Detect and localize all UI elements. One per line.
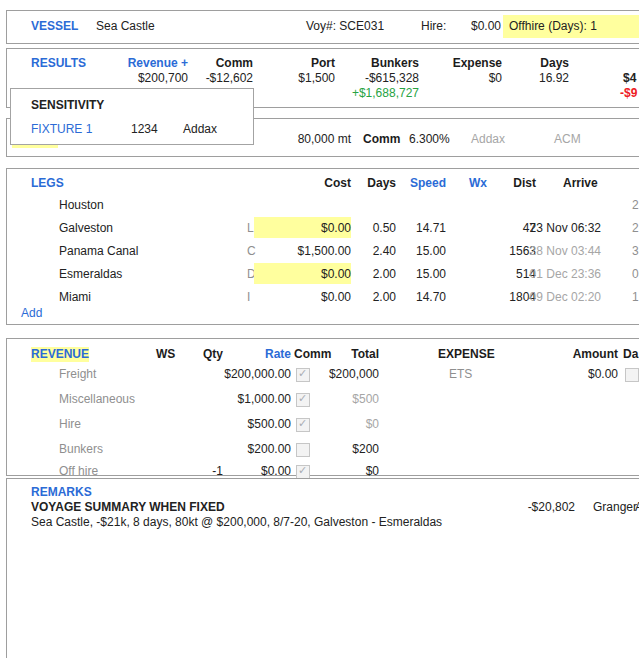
sensitivity-fixture-name: Addax: [183, 122, 217, 137]
leg-type-code: L: [247, 221, 254, 236]
revenue-header-rate[interactable]: Rate: [221, 347, 291, 362]
sensitivity-popup: SENSITIVITY FIXTURE 1 1234 Addax: [10, 88, 254, 145]
leg-cut-column: 2: [632, 221, 639, 236]
leg-cut-column: 3: [632, 244, 639, 259]
vessel-section: VESSEL Sea Castle Voy#: SCE031 Hire: $0.…: [6, 10, 639, 44]
leg-port-name[interactable]: Esmeraldas: [59, 267, 122, 282]
leg-speed-value[interactable]: 15.00: [376, 244, 446, 259]
revenue-total-value: $200,000: [309, 367, 379, 382]
revenue-row-label: Off hire: [59, 464, 98, 479]
revenue-row-label: Freight: [59, 367, 96, 382]
remarks-title: VOYAGE SUMMARY WHEN FIXED: [31, 500, 225, 515]
results-port-value: $1,500: [255, 71, 335, 86]
results-header-days: Days: [489, 56, 569, 71]
legs-header-dist: Dist: [466, 176, 536, 191]
cargo-comm-value-field[interactable]: 6.300%: [409, 132, 450, 147]
revenue-header-qty: Qty: [153, 347, 223, 362]
revenue-comm-checkbox[interactable]: [296, 418, 310, 432]
expense-section-label: EXPENSE: [438, 347, 495, 362]
leg-type-code: I: [247, 290, 250, 305]
revenue-row-label: Miscellaneous: [59, 392, 135, 407]
vessel-section-label[interactable]: VESSEL: [31, 19, 78, 34]
leg-port-name[interactable]: Houston: [59, 198, 104, 213]
leg-cut-column: 1: [632, 290, 639, 305]
leg-cut-column: 2: [632, 198, 639, 213]
revenue-rate-field[interactable]: $1,000.00: [221, 392, 291, 407]
results-tce-value: $4: [623, 71, 636, 86]
leg-arrive-value: 28 Nov 03:44: [501, 244, 601, 259]
revenue-rate-field[interactable]: $0.00: [221, 464, 291, 479]
remarks-date: Aug: [635, 500, 639, 515]
leg-cut-column: 0: [632, 267, 639, 282]
hire-value-field[interactable]: $0.00: [441, 19, 501, 34]
add-leg-link[interactable]: Add: [21, 306, 42, 321]
vessel-name-field[interactable]: Sea Castle: [96, 19, 155, 34]
remarks-pnl-value: -$20,802: [505, 500, 575, 515]
revenue-section: REVENUE WS Qty Rate Comm Total EXPENSE A…: [6, 338, 639, 476]
leg-arrive-value: 23 Nov 06:32: [501, 221, 601, 236]
legs-header-arrive: Arrive: [563, 176, 598, 191]
cargo-quantity-field[interactable]: 80,000 mt: [251, 132, 351, 147]
revenue-row-label: Bunkers: [59, 442, 103, 457]
revenue-total-value: $0: [309, 417, 379, 432]
leg-port-name[interactable]: Panama Canal: [59, 244, 138, 259]
revenue-total-value: $200: [309, 442, 379, 457]
results-days-value: 16.92: [489, 71, 569, 86]
leg-speed-value[interactable]: 14.70: [376, 290, 446, 305]
results-comm-value: -$12,602: [173, 71, 253, 86]
results-header-port: Port: [255, 56, 335, 71]
voyage-number: Voy#: SCE031: [306, 19, 384, 34]
legs-section: LEGS Cost Days Speed Wx Dist Arrive Hous…: [6, 168, 639, 325]
revenue-qty-field[interactable]: -1: [153, 464, 223, 479]
expense-amount-field[interactable]: $0.00: [548, 367, 618, 382]
cargo-broker[interactable]: ACM: [554, 132, 581, 147]
leg-speed-value[interactable]: 14.71: [376, 221, 446, 236]
sensitivity-fixture-link[interactable]: FIXTURE 1: [31, 122, 92, 137]
revenue-comm-checkbox[interactable]: [296, 368, 310, 382]
results-tce-delta-value: -$9: [620, 86, 637, 101]
leg-arrive-value: 01 Dec 23:36: [501, 267, 601, 282]
leg-cost-field[interactable]: $0.00: [271, 267, 351, 282]
expense-header-amount: Amount: [548, 347, 618, 362]
results-header-bunkers: Bunkers: [339, 56, 419, 71]
remarks-section: REMARKS VOYAGE SUMMARY WHEN FIXED Sea Ca…: [6, 478, 639, 658]
revenue-total-value: $0: [309, 464, 379, 479]
revenue-total-value: $500: [309, 392, 379, 407]
offhire-days-field[interactable]: Offhire (Days): 1: [509, 19, 597, 34]
expense-header-date: Da: [623, 347, 638, 362]
expense-date-checkbox[interactable]: [625, 368, 639, 382]
leg-speed-value[interactable]: 15.00: [376, 267, 446, 282]
leg-type-code: C: [247, 244, 256, 259]
cargo-comm-label: Comm: [363, 132, 400, 147]
remarks-body-text[interactable]: Sea Castle, -$21k, 8 days, 80kt @ $200,0…: [31, 515, 442, 530]
remarks-section-label[interactable]: REMARKS: [31, 485, 92, 500]
revenue-section-label[interactable]: REVENUE: [31, 347, 89, 362]
revenue-comm-checkbox[interactable]: [296, 465, 310, 479]
legs-section-label[interactable]: LEGS: [31, 176, 64, 191]
expense-row-label: ETS: [449, 367, 472, 382]
revenue-rate-field[interactable]: $200.00: [221, 442, 291, 457]
leg-cost-field[interactable]: $0.00: [271, 221, 351, 236]
legs-header-speed[interactable]: Speed: [376, 176, 446, 191]
results-section-label[interactable]: RESULTS: [31, 56, 86, 71]
remarks-broker: Granger: [593, 500, 637, 515]
revenue-rate-field[interactable]: $200,000.00: [221, 367, 291, 382]
results-bunkers-delta-value: +$1,688,727: [339, 86, 419, 101]
revenue-header-total: Total: [309, 347, 379, 362]
revenue-rate-field[interactable]: $500.00: [221, 417, 291, 432]
sensitivity-title: SENSITIVITY: [31, 98, 104, 113]
cargo-charterer[interactable]: Addax: [471, 132, 505, 147]
leg-arrive-value: 09 Dec 02:20: [501, 290, 601, 305]
leg-port-name[interactable]: Galveston: [59, 221, 113, 236]
results-bunkers-value: -$615,328: [339, 71, 419, 86]
revenue-comm-checkbox[interactable]: [296, 393, 310, 407]
revenue-row-label: Hire: [59, 417, 81, 432]
sensitivity-fixture-code: 1234: [131, 122, 158, 137]
revenue-comm-checkbox[interactable]: [296, 443, 310, 457]
results-header-comm: Comm: [173, 56, 253, 71]
leg-port-name[interactable]: Miami: [59, 290, 91, 305]
